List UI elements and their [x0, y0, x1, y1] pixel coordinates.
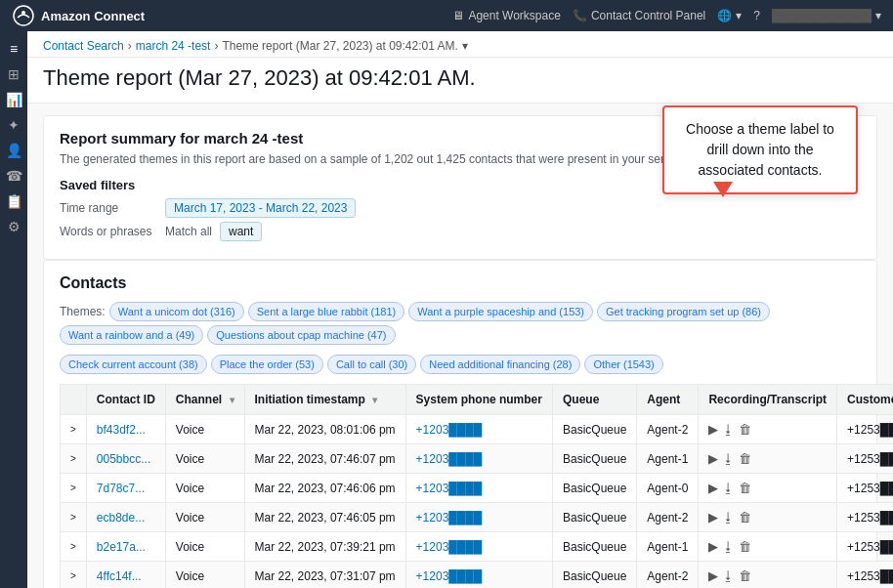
- user-menu-btn[interactable]: ████████████ ▾: [772, 9, 881, 22]
- download-icon-4[interactable]: ⭳: [722, 539, 735, 554]
- help-btn[interactable]: ?: [753, 9, 760, 22]
- th-cust-phone[interactable]: Customer phone number: [837, 385, 893, 415]
- cell-initiation-0: Mar 22, 2023, 08:01:06 pm: [244, 415, 405, 444]
- sidebar-icon-menu[interactable]: ≡: [4, 39, 23, 59]
- sidebar-icon-clipboard[interactable]: 📋: [4, 191, 23, 211]
- th-agent[interactable]: Agent: [637, 385, 699, 415]
- theme-tag-3[interactable]: Get tracking program set up (86): [597, 302, 770, 321]
- main-content: Contact Search › march 24 -test › Theme …: [27, 31, 893, 588]
- svg-point-0: [14, 6, 33, 25]
- cell-phone-3[interactable]: +1203████: [405, 503, 552, 532]
- theme-tag-4[interactable]: Want a rainbow and a (49): [60, 325, 203, 345]
- table-row: > bf43df2... Voice Mar 22, 2023, 08:01:0…: [61, 415, 894, 444]
- cell-expand-3[interactable]: >: [61, 503, 87, 532]
- contacts-title: Contacts: [60, 274, 861, 292]
- download-icon-3[interactable]: ⭳: [722, 510, 735, 525]
- breadcrumb-report-name[interactable]: march 24 -test: [136, 39, 211, 53]
- theme-tag-2[interactable]: Want a purple spaceship and (153): [408, 302, 593, 321]
- th-recording[interactable]: Recording/Transcript: [699, 385, 837, 415]
- top-nav: Amazon Connect 🖥 Agent Workspace 📞 Conta…: [0, 0, 893, 31]
- cell-channel-4: Voice: [165, 532, 244, 562]
- th-contact-id[interactable]: Contact ID: [86, 385, 165, 415]
- sidebar-icon-user[interactable]: 👤: [4, 141, 23, 160]
- th-channel[interactable]: Channel ▾: [165, 385, 244, 415]
- delete-icon-4[interactable]: 🗑: [739, 539, 751, 554]
- cell-expand-2[interactable]: >: [61, 474, 87, 503]
- callout-arrow: [713, 182, 733, 197]
- sidebar-icon-chart[interactable]: 📊: [4, 90, 23, 109]
- phone-icon: 📞: [573, 9, 587, 22]
- globe-btn[interactable]: 🌐 ▾: [717, 9, 742, 22]
- sidebar-icon-phone[interactable]: ☎: [4, 166, 23, 186]
- cell-initiation-5: Mar 22, 2023, 07:31:07 pm: [244, 562, 405, 589]
- download-icon-0[interactable]: ⭳: [722, 422, 735, 437]
- cell-phone-5[interactable]: +1203████: [405, 562, 552, 589]
- theme-tag-0[interactable]: Want a unicom dot (316): [109, 302, 244, 321]
- cell-expand-0[interactable]: >: [61, 415, 87, 444]
- cell-initiation-3: Mar 22, 2023, 07:46:05 pm: [244, 503, 405, 532]
- th-initiation[interactable]: Initiation timestamp ▾: [244, 385, 405, 415]
- cell-expand-4[interactable]: >: [61, 532, 87, 562]
- svg-point-1: [21, 11, 25, 15]
- cell-channel-5: Voice: [165, 562, 244, 589]
- cell-channel-1: Voice: [165, 444, 244, 474]
- cell-contact-id-1[interactable]: 005bbcc...: [86, 444, 165, 474]
- cell-phone-1[interactable]: +1203████: [405, 444, 552, 474]
- cell-cust-phone-1: +1253████: [837, 444, 893, 474]
- cell-cust-phone-2: +1253████: [837, 474, 893, 503]
- theme-tag-6[interactable]: Check current account (38): [60, 355, 207, 374]
- theme-tag-7[interactable]: Place the order (53): [211, 355, 323, 374]
- sidebar: ≡ ⊞ 📊 ✦ 👤 ☎ 📋 ⚙: [0, 31, 27, 588]
- cell-contact-id-4[interactable]: b2e17a...: [86, 532, 165, 562]
- theme-tag-1[interactable]: Sent a large blue rabbit (181): [248, 302, 404, 321]
- cell-contact-id-2[interactable]: 7d78c7...: [86, 474, 165, 503]
- cell-phone-2[interactable]: +1203████: [405, 474, 552, 503]
- agent-workspace-btn[interactable]: 🖥 Agent Workspace: [452, 9, 561, 22]
- play-icon-0[interactable]: ▶: [708, 422, 718, 437]
- page-title: Theme report (Mar 27, 2023) at 09:42:01 …: [43, 65, 877, 91]
- th-queue[interactable]: Queue: [552, 385, 636, 415]
- play-icon-1[interactable]: ▶: [708, 451, 718, 466]
- cell-queue-0: BasicQueue: [552, 415, 636, 444]
- theme-tag-10[interactable]: Other (1543): [584, 355, 662, 374]
- sidebar-icon-grid[interactable]: ⊞: [4, 64, 23, 84]
- cell-phone-4[interactable]: +1203████: [405, 532, 552, 562]
- download-icon-5[interactable]: ⭳: [722, 568, 735, 583]
- app-logo: Amazon Connect: [12, 4, 145, 27]
- delete-icon-5[interactable]: 🗑: [739, 568, 751, 583]
- breadcrumb-dropdown-icon[interactable]: ▾: [462, 39, 468, 53]
- sidebar-icon-star[interactable]: ✦: [4, 115, 23, 135]
- play-icon-5[interactable]: ▶: [708, 568, 718, 583]
- theme-tag-8[interactable]: Call to call (30): [327, 355, 416, 374]
- cell-recording-4: ▶ ⭳ 🗑: [699, 532, 837, 562]
- play-icon-3[interactable]: ▶: [708, 510, 718, 525]
- cell-contact-id-0[interactable]: bf43df2...: [86, 415, 165, 444]
- breadcrumb-contact-search[interactable]: Contact Search: [43, 39, 124, 53]
- theme-tag-9[interactable]: Need additional financing (28): [420, 355, 580, 374]
- th-phone[interactable]: System phone number: [405, 385, 552, 415]
- delete-icon-2[interactable]: 🗑: [739, 481, 751, 495]
- cell-agent-3: Agent-2: [637, 503, 699, 532]
- delete-icon-1[interactable]: 🗑: [739, 451, 751, 466]
- cell-contact-id-5[interactable]: 4ffc14f...: [86, 562, 165, 589]
- cell-contact-id-3[interactable]: ecb8de...: [86, 503, 165, 532]
- cell-queue-4: BasicQueue: [552, 532, 636, 562]
- cell-cust-phone-0: +1253████: [837, 415, 893, 444]
- theme-tag-5[interactable]: Questions about cpap machine (47): [207, 325, 395, 345]
- cell-expand-5[interactable]: >: [61, 562, 87, 589]
- cell-expand-1[interactable]: >: [61, 444, 87, 474]
- delete-icon-0[interactable]: 🗑: [739, 422, 751, 437]
- sidebar-icon-settings[interactable]: ⚙: [4, 217, 23, 236]
- play-icon-2[interactable]: ▶: [708, 481, 718, 495]
- delete-icon-3[interactable]: 🗑: [739, 510, 751, 525]
- contact-control-panel-btn[interactable]: 📞 Contact Control Panel: [573, 9, 705, 22]
- table-row: > 7d78c7... Voice Mar 22, 2023, 07:46:06…: [61, 474, 894, 503]
- table-row: > 4ffc14f... Voice Mar 22, 2023, 07:31:0…: [61, 562, 894, 589]
- download-icon-1[interactable]: ⭳: [722, 451, 735, 466]
- cell-phone-0[interactable]: +1203████: [405, 415, 552, 444]
- filter-row-time: Time range March 17, 2023 - March 22, 20…: [60, 198, 861, 218]
- filter-label-time: Time range: [60, 201, 157, 215]
- download-icon-2[interactable]: ⭳: [722, 481, 735, 495]
- play-icon-4[interactable]: ▶: [708, 539, 718, 554]
- cell-cust-phone-4: +1253████: [837, 532, 893, 562]
